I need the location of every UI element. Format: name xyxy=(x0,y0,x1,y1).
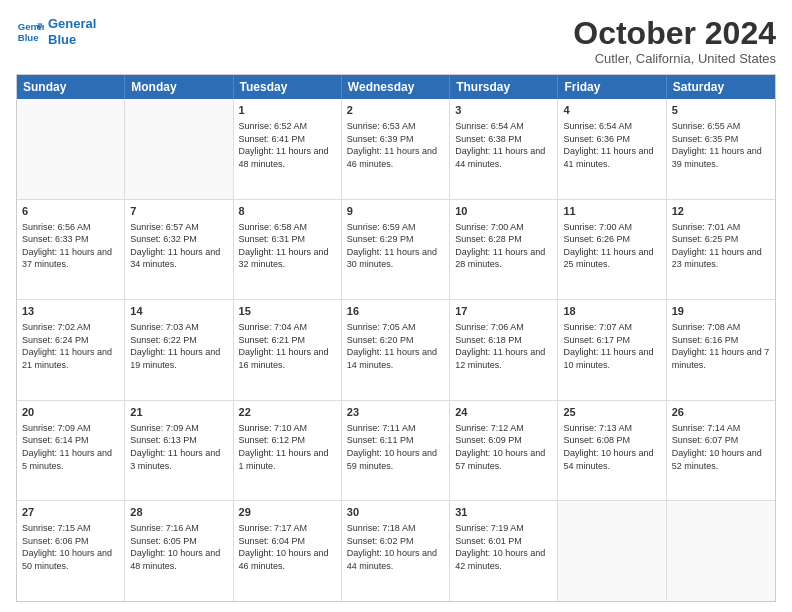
header-tuesday: Tuesday xyxy=(234,75,342,99)
cell-info-3: Sunrise: 6:54 AM Sunset: 6:38 PM Dayligh… xyxy=(455,120,552,170)
day-number-12: 12 xyxy=(672,204,770,219)
day-number-16: 16 xyxy=(347,304,444,319)
calendar-body: 1Sunrise: 6:52 AM Sunset: 6:41 PM Daylig… xyxy=(17,99,775,601)
cell-info-16: Sunrise: 7:05 AM Sunset: 6:20 PM Dayligh… xyxy=(347,321,444,371)
day-number-18: 18 xyxy=(563,304,660,319)
location: Cutler, California, United States xyxy=(573,51,776,66)
day-number-21: 21 xyxy=(130,405,227,420)
header: General Blue General Blue October 2024 C… xyxy=(16,16,776,66)
header-friday: Friday xyxy=(558,75,666,99)
cal-cell-1-1: 7Sunrise: 6:57 AM Sunset: 6:32 PM Daylig… xyxy=(125,200,233,300)
title-block: October 2024 Cutler, California, United … xyxy=(573,16,776,66)
day-number-17: 17 xyxy=(455,304,552,319)
logo: General Blue General Blue xyxy=(16,16,96,47)
cal-cell-0-0 xyxy=(17,99,125,199)
cell-info-30: Sunrise: 7:18 AM Sunset: 6:02 PM Dayligh… xyxy=(347,522,444,572)
cell-info-2: Sunrise: 6:53 AM Sunset: 6:39 PM Dayligh… xyxy=(347,120,444,170)
cal-cell-4-2: 29Sunrise: 7:17 AM Sunset: 6:04 PM Dayli… xyxy=(234,501,342,601)
day-number-22: 22 xyxy=(239,405,336,420)
cell-info-1: Sunrise: 6:52 AM Sunset: 6:41 PM Dayligh… xyxy=(239,120,336,170)
calendar: Sunday Monday Tuesday Wednesday Thursday… xyxy=(16,74,776,602)
cell-info-13: Sunrise: 7:02 AM Sunset: 6:24 PM Dayligh… xyxy=(22,321,119,371)
day-number-2: 2 xyxy=(347,103,444,118)
day-number-6: 6 xyxy=(22,204,119,219)
day-number-23: 23 xyxy=(347,405,444,420)
cal-cell-2-0: 13Sunrise: 7:02 AM Sunset: 6:24 PM Dayli… xyxy=(17,300,125,400)
cal-cell-4-6 xyxy=(667,501,775,601)
calendar-header: Sunday Monday Tuesday Wednesday Thursday… xyxy=(17,75,775,99)
day-number-1: 1 xyxy=(239,103,336,118)
day-number-10: 10 xyxy=(455,204,552,219)
cal-cell-0-5: 4Sunrise: 6:54 AM Sunset: 6:36 PM Daylig… xyxy=(558,99,666,199)
day-number-25: 25 xyxy=(563,405,660,420)
week-row-3: 20Sunrise: 7:09 AM Sunset: 6:14 PM Dayli… xyxy=(17,400,775,501)
cell-info-14: Sunrise: 7:03 AM Sunset: 6:22 PM Dayligh… xyxy=(130,321,227,371)
cell-info-12: Sunrise: 7:01 AM Sunset: 6:25 PM Dayligh… xyxy=(672,221,770,271)
cell-info-19: Sunrise: 7:08 AM Sunset: 6:16 PM Dayligh… xyxy=(672,321,770,371)
day-number-24: 24 xyxy=(455,405,552,420)
day-number-30: 30 xyxy=(347,505,444,520)
day-number-3: 3 xyxy=(455,103,552,118)
cal-cell-1-3: 9Sunrise: 6:59 AM Sunset: 6:29 PM Daylig… xyxy=(342,200,450,300)
day-number-5: 5 xyxy=(672,103,770,118)
month-title: October 2024 xyxy=(573,16,776,51)
cal-cell-1-4: 10Sunrise: 7:00 AM Sunset: 6:28 PM Dayli… xyxy=(450,200,558,300)
header-saturday: Saturday xyxy=(667,75,775,99)
day-number-20: 20 xyxy=(22,405,119,420)
logo-icon: General Blue xyxy=(16,18,44,46)
cal-cell-4-5 xyxy=(558,501,666,601)
cal-cell-3-2: 22Sunrise: 7:10 AM Sunset: 6:12 PM Dayli… xyxy=(234,401,342,501)
cell-info-17: Sunrise: 7:06 AM Sunset: 6:18 PM Dayligh… xyxy=(455,321,552,371)
cal-cell-0-4: 3Sunrise: 6:54 AM Sunset: 6:38 PM Daylig… xyxy=(450,99,558,199)
day-number-11: 11 xyxy=(563,204,660,219)
cal-cell-0-1 xyxy=(125,99,233,199)
logo-line2: Blue xyxy=(48,32,96,48)
cal-cell-0-6: 5Sunrise: 6:55 AM Sunset: 6:35 PM Daylig… xyxy=(667,99,775,199)
cell-info-4: Sunrise: 6:54 AM Sunset: 6:36 PM Dayligh… xyxy=(563,120,660,170)
cell-info-6: Sunrise: 6:56 AM Sunset: 6:33 PM Dayligh… xyxy=(22,221,119,271)
cal-cell-2-6: 19Sunrise: 7:08 AM Sunset: 6:16 PM Dayli… xyxy=(667,300,775,400)
cell-info-22: Sunrise: 7:10 AM Sunset: 6:12 PM Dayligh… xyxy=(239,422,336,472)
cal-cell-2-3: 16Sunrise: 7:05 AM Sunset: 6:20 PM Dayli… xyxy=(342,300,450,400)
cell-info-28: Sunrise: 7:16 AM Sunset: 6:05 PM Dayligh… xyxy=(130,522,227,572)
cell-info-27: Sunrise: 7:15 AM Sunset: 6:06 PM Dayligh… xyxy=(22,522,119,572)
header-sunday: Sunday xyxy=(17,75,125,99)
cal-cell-3-4: 24Sunrise: 7:12 AM Sunset: 6:09 PM Dayli… xyxy=(450,401,558,501)
cal-cell-1-2: 8Sunrise: 6:58 AM Sunset: 6:31 PM Daylig… xyxy=(234,200,342,300)
day-number-19: 19 xyxy=(672,304,770,319)
week-row-0: 1Sunrise: 6:52 AM Sunset: 6:41 PM Daylig… xyxy=(17,99,775,199)
day-number-29: 29 xyxy=(239,505,336,520)
cal-cell-1-6: 12Sunrise: 7:01 AM Sunset: 6:25 PM Dayli… xyxy=(667,200,775,300)
day-number-31: 31 xyxy=(455,505,552,520)
cell-info-25: Sunrise: 7:13 AM Sunset: 6:08 PM Dayligh… xyxy=(563,422,660,472)
cal-cell-4-1: 28Sunrise: 7:16 AM Sunset: 6:05 PM Dayli… xyxy=(125,501,233,601)
day-number-8: 8 xyxy=(239,204,336,219)
cell-info-10: Sunrise: 7:00 AM Sunset: 6:28 PM Dayligh… xyxy=(455,221,552,271)
cell-info-21: Sunrise: 7:09 AM Sunset: 6:13 PM Dayligh… xyxy=(130,422,227,472)
cell-info-20: Sunrise: 7:09 AM Sunset: 6:14 PM Dayligh… xyxy=(22,422,119,472)
cal-cell-0-2: 1Sunrise: 6:52 AM Sunset: 6:41 PM Daylig… xyxy=(234,99,342,199)
cal-cell-4-4: 31Sunrise: 7:19 AM Sunset: 6:01 PM Dayli… xyxy=(450,501,558,601)
header-wednesday: Wednesday xyxy=(342,75,450,99)
cal-cell-2-4: 17Sunrise: 7:06 AM Sunset: 6:18 PM Dayli… xyxy=(450,300,558,400)
cell-info-18: Sunrise: 7:07 AM Sunset: 6:17 PM Dayligh… xyxy=(563,321,660,371)
cell-info-15: Sunrise: 7:04 AM Sunset: 6:21 PM Dayligh… xyxy=(239,321,336,371)
cal-cell-1-5: 11Sunrise: 7:00 AM Sunset: 6:26 PM Dayli… xyxy=(558,200,666,300)
cal-cell-0-3: 2Sunrise: 6:53 AM Sunset: 6:39 PM Daylig… xyxy=(342,99,450,199)
cal-cell-2-5: 18Sunrise: 7:07 AM Sunset: 6:17 PM Dayli… xyxy=(558,300,666,400)
cal-cell-3-5: 25Sunrise: 7:13 AM Sunset: 6:08 PM Dayli… xyxy=(558,401,666,501)
header-thursday: Thursday xyxy=(450,75,558,99)
cell-info-23: Sunrise: 7:11 AM Sunset: 6:11 PM Dayligh… xyxy=(347,422,444,472)
day-number-15: 15 xyxy=(239,304,336,319)
svg-text:Blue: Blue xyxy=(18,31,39,42)
cal-cell-1-0: 6Sunrise: 6:56 AM Sunset: 6:33 PM Daylig… xyxy=(17,200,125,300)
page: General Blue General Blue October 2024 C… xyxy=(0,0,792,612)
cell-info-31: Sunrise: 7:19 AM Sunset: 6:01 PM Dayligh… xyxy=(455,522,552,572)
week-row-2: 13Sunrise: 7:02 AM Sunset: 6:24 PM Dayli… xyxy=(17,299,775,400)
day-number-7: 7 xyxy=(130,204,227,219)
cal-cell-4-0: 27Sunrise: 7:15 AM Sunset: 6:06 PM Dayli… xyxy=(17,501,125,601)
cal-cell-3-1: 21Sunrise: 7:09 AM Sunset: 6:13 PM Dayli… xyxy=(125,401,233,501)
day-number-26: 26 xyxy=(672,405,770,420)
cell-info-7: Sunrise: 6:57 AM Sunset: 6:32 PM Dayligh… xyxy=(130,221,227,271)
cell-info-9: Sunrise: 6:59 AM Sunset: 6:29 PM Dayligh… xyxy=(347,221,444,271)
